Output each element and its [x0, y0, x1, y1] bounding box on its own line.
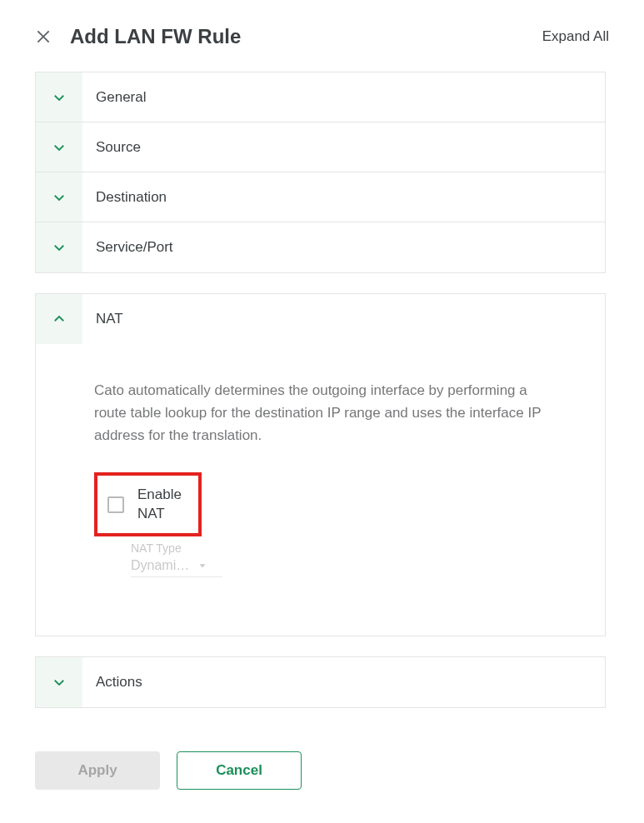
close-button[interactable] — [35, 28, 52, 45]
chevron-down-icon — [52, 140, 67, 155]
enable-nat-highlight-box: EnableNAT — [94, 472, 202, 537]
nat-type-label: NAT Type — [131, 541, 582, 555]
section-toggle-general[interactable] — [36, 72, 82, 122]
section-toggle-destination[interactable] — [36, 172, 82, 222]
apply-button[interactable]: Apply — [35, 751, 160, 790]
section-actions[interactable]: Actions — [36, 657, 605, 707]
section-label-destination: Destination — [82, 189, 167, 206]
section-label-source: Source — [82, 139, 141, 156]
chevron-down-icon — [52, 90, 67, 105]
section-service-port[interactable]: Service/Port — [36, 222, 605, 272]
chevron-up-icon — [52, 312, 67, 327]
close-icon — [35, 28, 52, 45]
chevron-down-icon — [52, 190, 67, 205]
nat-type-value: Dynami… — [131, 558, 189, 573]
chevron-down-icon — [52, 675, 67, 690]
scroll-spacer — [35, 708, 606, 735]
section-label-nat: NAT — [82, 311, 123, 327]
section-actions-group: Actions — [35, 656, 606, 708]
add-lan-fw-rule-dialog: Add LAN FW Rule Expand All General Sourc… — [0, 0, 644, 823]
cancel-button[interactable]: Cancel — [177, 751, 302, 790]
section-general[interactable]: General — [36, 72, 605, 122]
section-label-actions: Actions — [82, 674, 142, 691]
section-label-general: General — [82, 89, 146, 106]
svg-marker-2 — [200, 565, 205, 568]
expand-all-button[interactable]: Expand All — [542, 28, 609, 45]
dialog-footer: Apply Cancel — [35, 735, 609, 823]
section-label-service-port: Service/Port — [82, 239, 173, 256]
nat-type-select[interactable]: Dynami… — [131, 555, 222, 577]
section-nat: NAT Cato automatically determines the ou… — [35, 293, 606, 636]
section-nat-header[interactable]: NAT — [36, 294, 605, 344]
dialog-title: Add LAN FW Rule — [70, 25, 241, 48]
collapsed-sections-group: General Source Destination Service/Port — [35, 72, 606, 273]
dialog-header: Add LAN FW Rule Expand All — [35, 25, 609, 72]
section-toggle-nat[interactable] — [36, 294, 82, 344]
enable-nat-label-text: EnableNAT — [137, 486, 182, 521]
section-toggle-service-port[interactable] — [36, 222, 82, 272]
section-source[interactable]: Source — [36, 122, 605, 172]
section-toggle-actions[interactable] — [36, 657, 82, 707]
section-destination[interactable]: Destination — [36, 172, 605, 222]
enable-nat-checkbox[interactable] — [107, 496, 124, 513]
nat-description: Cato automatically determines the outgoi… — [94, 379, 561, 447]
chevron-down-icon — [52, 240, 67, 255]
enable-nat-label: EnableNAT — [137, 486, 182, 524]
nat-type-block: NAT Type Dynami… — [131, 541, 582, 577]
content-scroll-region[interactable]: General Source Destination Service/Port — [35, 72, 609, 735]
dialog-header-left: Add LAN FW Rule — [35, 25, 241, 48]
section-nat-body: Cato automatically determines the outgoi… — [36, 344, 605, 636]
dropdown-caret-icon — [197, 561, 207, 571]
section-toggle-source[interactable] — [36, 122, 82, 172]
